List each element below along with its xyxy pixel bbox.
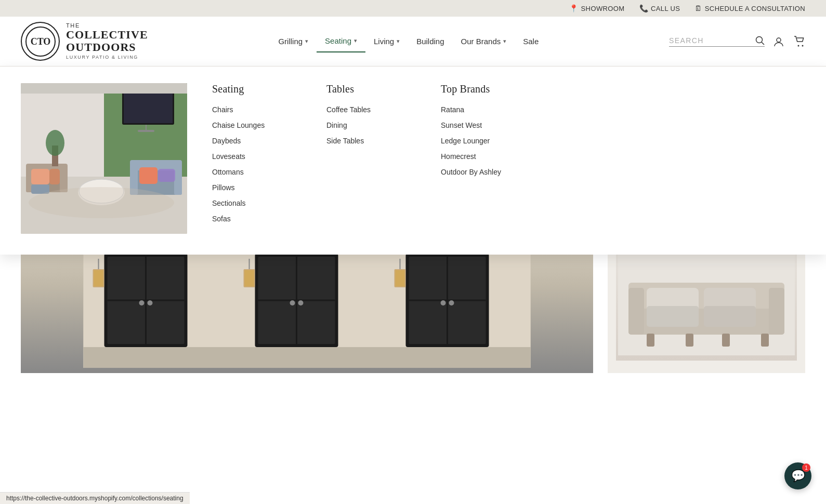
svg-point-49 [139,300,145,306]
brand-link-sunset-west[interactable]: Sunset West [441,121,539,129]
showroom-label: SHOWROOM [581,5,625,12]
nav-label-grilling: Grilling [278,37,303,46]
svg-line-3 [762,42,764,45]
chevron-down-icon-living: ▾ [397,38,400,45]
nav-label-sale: Sale [523,37,539,46]
brand-link-ratana[interactable]: Ratana [441,105,539,114]
nav-item-sale[interactable]: Sale [515,31,547,52]
svg-point-55 [290,300,295,306]
seating-link-daybeds[interactable]: Daybeds [212,137,310,145]
svg-rect-30 [158,169,175,182]
seating-link-sectionals[interactable]: Sectionals [212,199,310,207]
svg-point-56 [298,300,304,306]
seating-link-ottomans[interactable]: Ottomans [212,168,310,176]
svg-rect-72 [84,347,531,368]
nav-item-grilling[interactable]: Grilling ▾ [270,31,317,52]
dropdown-hero-image [21,83,187,234]
logo-collective: COLLECTIVE [66,29,148,41]
patio-seating-image [21,83,187,234]
cart-button[interactable] [794,36,805,47]
svg-rect-19 [60,166,68,192]
nav-label-our-brands: Our Brands [461,37,501,46]
tables-link-side[interactable]: Side Tables [326,137,424,145]
nav-label-seating: Seating [325,36,351,45]
brand-link-outdoor-by-ashley[interactable]: Outdoor By Ashley [441,168,539,176]
product-image [616,236,797,361]
logo-outdoors: OUTDOORS [66,41,148,54]
header: CTO THE COLLECTIVE OUTDOORS LUXURY PATIO… [0,17,826,67]
main-nav: Grilling ▾ Seating ▾ Living ▾ Building O… [148,30,669,52]
tables-column: Tables Coffee Tables Dining Side Tables [326,83,441,234]
logo-tagline: LUXURY PATIO & LIVING [66,55,148,60]
schedule-label: SCHEDULE A CONSULTATION [705,5,805,12]
schedule-link[interactable]: 🗓 SCHEDULE A CONSULTATION [694,4,805,12]
tables-col-title: Tables [326,83,424,95]
cart-icon [794,36,805,47]
call-us-label: CALL US [651,5,680,12]
svg-point-50 [148,300,153,306]
brands-column: Top Brands Ratana Sunset West Ledge Loun… [441,83,555,234]
svg-rect-85 [761,334,769,347]
seating-link-sofas[interactable]: Sofas [212,215,310,223]
svg-rect-12 [124,92,173,123]
call-us-link[interactable]: 📞 CALL US [639,4,680,12]
showroom-link[interactable]: 📍 SHOWROOM [569,4,624,12]
chevron-down-icon-seating: ▾ [354,37,357,44]
tables-link-dining[interactable]: Dining [326,121,424,129]
seating-col-title: Seating [212,83,310,95]
nav-item-building[interactable]: Building [408,31,452,52]
svg-text:CTO: CTO [30,36,50,47]
svg-point-31 [29,187,174,218]
seating-link-chaise-lounges[interactable]: Chaise Lounges [212,121,310,129]
location-icon: 📍 [569,4,578,12]
svg-point-61 [441,300,446,306]
svg-point-33 [46,130,64,156]
logo[interactable]: CTO THE COLLECTIVE OUTDOORS LUXURY PATIO… [21,22,148,61]
brands-col-title: Top Brands [441,83,539,95]
svg-rect-77 [769,288,784,335]
svg-rect-80 [647,306,699,327]
svg-point-4 [777,38,781,42]
account-button[interactable] [773,36,784,47]
svg-point-62 [449,300,454,306]
svg-rect-70 [396,270,405,286]
nav-label-living: Living [374,37,394,46]
svg-rect-67 [245,270,254,286]
dropdown-columns: Seating Chairs Chaise Lounges Daybeds Lo… [187,83,805,234]
svg-rect-84 [722,334,730,347]
svg-rect-76 [628,288,644,335]
header-icons [773,36,805,47]
chevron-down-icon-brands: ▾ [503,38,506,45]
search-button[interactable] [755,36,765,45]
svg-point-6 [802,45,804,46]
nav-item-our-brands[interactable]: Our Brands ▾ [453,31,515,52]
search-input[interactable] [669,36,752,45]
svg-rect-82 [647,334,654,347]
chevron-down-icon: ▾ [305,38,308,45]
svg-rect-22 [49,169,60,184]
brand-link-ledge-lounger[interactable]: Ledge Lounger [441,137,539,145]
svg-rect-81 [704,306,756,327]
svg-point-5 [798,45,799,46]
seating-link-chairs[interactable]: Chairs [212,105,310,114]
top-bar: 📍 SHOWROOM 📞 CALL US 🗓 SCHEDULE A CONSUL… [0,0,826,17]
svg-rect-29 [139,167,158,184]
svg-rect-83 [686,334,693,347]
tables-link-coffee[interactable]: Coffee Tables [326,105,424,114]
seating-column: Seating Chairs Chaise Lounges Daybeds Lo… [212,83,326,234]
svg-rect-28 [174,164,182,195]
search-icon [755,36,765,45]
logo-text: THE COLLECTIVE OUTDOORS LUXURY PATIO & L… [66,22,148,60]
svg-point-2 [756,37,763,43]
nav-item-living[interactable]: Living ▾ [365,31,408,52]
phone-icon: 📞 [639,4,648,12]
product-couch-image [618,241,795,355]
logo-svg: CTO [25,26,56,57]
brand-link-homecrest[interactable]: Homecrest [441,152,539,161]
svg-rect-15 [21,83,187,94]
svg-rect-64 [94,270,103,286]
seating-link-loveseats[interactable]: Loveseats [212,152,310,161]
seating-link-pillows[interactable]: Pillows [212,183,310,192]
svg-rect-14 [138,130,154,132]
nav-item-seating[interactable]: Seating ▾ [317,30,365,52]
